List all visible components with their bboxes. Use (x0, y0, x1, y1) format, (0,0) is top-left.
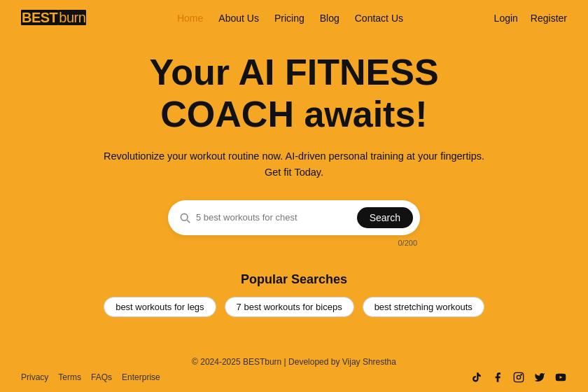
login-link[interactable]: Login (494, 13, 518, 24)
popular-tag-0[interactable]: best workouts for legs (104, 297, 216, 317)
nav-home[interactable]: Home (177, 13, 203, 24)
footer-privacy[interactable]: Privacy (21, 372, 48, 382)
search-icon (179, 212, 190, 223)
social-icons (470, 371, 567, 384)
search-container: Search 0/200 (168, 200, 420, 247)
main-content: Your AI FITNESS COACH awaits! Revolution… (0, 36, 588, 347)
instagram-icon[interactable] (512, 371, 525, 384)
svg-point-0 (181, 214, 188, 220)
logo-best: BEST (21, 10, 58, 25)
popular-tags: best workouts for legs 7 best workouts f… (104, 297, 484, 317)
register-link[interactable]: Register (531, 13, 567, 24)
hero-subtitle: Revolutionize your workout routine now. … (104, 148, 484, 181)
twitter-icon[interactable] (533, 371, 546, 384)
auth-links: Login Register (494, 13, 567, 24)
footer-links: Privacy Terms FAQs Enterprise (21, 372, 160, 382)
footer-bottom: Privacy Terms FAQs Enterprise (21, 371, 567, 384)
footer-terms[interactable]: Terms (58, 372, 81, 382)
svg-point-3 (517, 375, 520, 379)
footer: © 2024-2025 BESTburn | Developed by Vija… (0, 347, 588, 392)
hero-title: Your AI FITNESS COACH awaits! (149, 52, 438, 136)
hero-line1-bold: FITNESS (285, 52, 439, 92)
hero-line1-text: Your AI (149, 52, 285, 92)
svg-rect-2 (514, 372, 523, 382)
search-input[interactable] (196, 212, 357, 223)
svg-point-4 (521, 374, 522, 375)
popular-title: Popular Searches (241, 272, 347, 287)
logo-burn: burn (58, 10, 86, 25)
popular-tag-2[interactable]: best stretching workouts (363, 297, 484, 317)
logo: BESTburn (21, 10, 86, 26)
footer-faqs[interactable]: FAQs (91, 372, 112, 382)
facebook-icon[interactable] (491, 371, 504, 384)
popular-tag-1[interactable]: 7 best workouts for biceps (225, 297, 354, 317)
nav-blog[interactable]: Blog (320, 13, 340, 24)
header: BESTburn Home About Us Pricing Blog Cont… (0, 0, 588, 36)
svg-line-1 (187, 220, 190, 223)
nav-pricing[interactable]: Pricing (274, 13, 304, 24)
search-button[interactable]: Search (357, 207, 413, 228)
hero-subtitle-line1: Revolutionize your workout routine now. … (104, 148, 484, 164)
char-count: 0/200 (398, 239, 417, 247)
hero-subtitle-line2: Get fit Today. (104, 164, 484, 181)
footer-enterprise[interactable]: Enterprise (122, 372, 160, 382)
popular-section: Popular Searches best workouts for legs … (104, 272, 484, 317)
hero-line2: COACH awaits! (160, 94, 427, 134)
search-box: Search (168, 200, 420, 235)
nav-about[interactable]: About Us (218, 13, 259, 24)
nav-contact[interactable]: Contact Us (355, 13, 403, 24)
tiktok-icon[interactable] (470, 371, 483, 384)
main-nav: Home About Us Pricing Blog Contact Us (177, 13, 403, 24)
footer-copy: © 2024-2025 BESTburn | Developed by Vija… (192, 357, 396, 367)
youtube-icon[interactable] (554, 371, 567, 384)
